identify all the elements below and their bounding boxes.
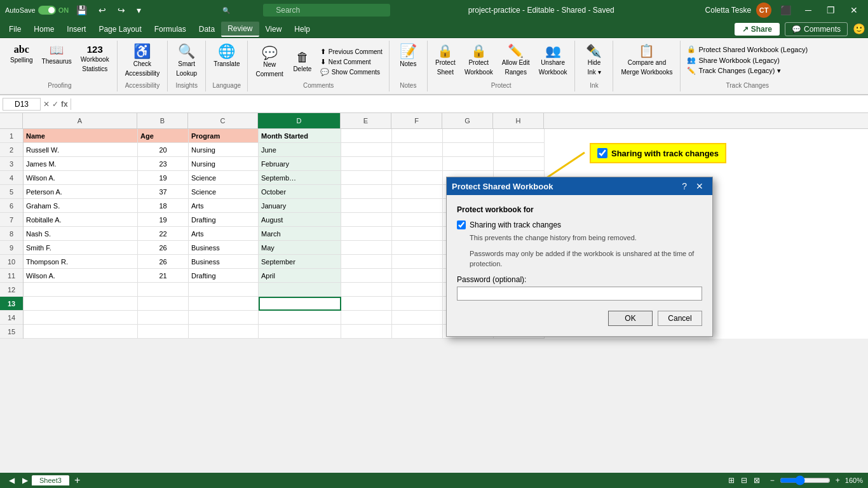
dialog-help-button[interactable]: ? — [678, 177, 691, 195]
dialog-info-line2: Passwords may only be added if the workb… — [470, 249, 702, 269]
sharing-track-changes-label: Sharing with track changes — [470, 220, 561, 229]
dialog-overlay: Protect Shared Workbook ? ✕ Protect work… — [0, 0, 868, 488]
dialog-password-label: Password (optional): — [457, 275, 702, 284]
dialog-close-button[interactable]: ✕ — [692, 177, 707, 195]
dialog-titlebar-buttons: ? ✕ — [678, 177, 707, 195]
sharing-track-changes-checkbox[interactable] — [457, 220, 466, 229]
dialog-titlebar: Protect Shared Workbook ? ✕ — [447, 177, 712, 195]
protect-shared-dialog: Protect Shared Workbook ? ✕ Protect work… — [446, 177, 713, 337]
dialog-ok-button[interactable]: OK — [608, 311, 653, 326]
dialog-buttons: OK Cancel — [457, 311, 702, 326]
dialog-content: Protect workbook for Sharing with track … — [447, 195, 712, 336]
dialog-section-title: Protect workbook for — [457, 205, 702, 214]
dialog-checkbox-row: Sharing with track changes — [457, 220, 702, 229]
dialog-title: Protect Shared Workbook — [452, 182, 553, 191]
dialog-info-line1: This prevents the change history from be… — [470, 233, 702, 243]
dialog-password-input[interactable] — [457, 287, 702, 301]
dialog-cancel-button[interactable]: Cancel — [658, 311, 702, 326]
